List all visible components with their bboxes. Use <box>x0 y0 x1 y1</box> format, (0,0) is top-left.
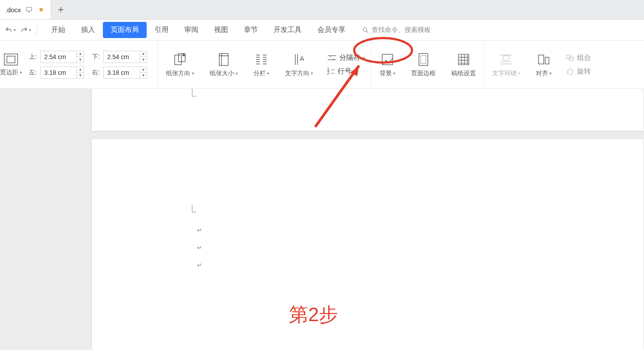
columns-group: 分栏▾ <box>246 41 277 88</box>
spin-down-icon[interactable]: ▼ <box>140 57 147 63</box>
align-group: 对齐▾ <box>528 41 560 88</box>
margin-right-input[interactable]: ▲▼ <box>103 66 147 79</box>
tab-insert[interactable]: 插入 <box>73 22 103 38</box>
columns-label: 分栏 <box>253 70 266 77</box>
line-numbers-button[interactable]: 1 —2 — 行号 ▾ <box>327 67 365 76</box>
svg-rect-12 <box>503 56 509 60</box>
chevron-down-icon: ▾ <box>311 71 313 76</box>
spin-down-icon[interactable]: ▼ <box>77 57 84 63</box>
columns-icon <box>254 52 269 67</box>
paper-size-label: 纸张大小 <box>210 70 234 77</box>
ribbon-tab-list: 开始 插入 页面布局 引用 审阅 视图 章节 开发工具 会员专享 <box>43 20 353 40</box>
spin-up-icon[interactable]: ▲ <box>77 51 84 57</box>
spin-up-icon[interactable]: ▲ <box>140 67 147 73</box>
margin-bottom-label: 下: <box>88 53 100 61</box>
margin-corner-icon <box>192 89 196 97</box>
rotate-button: 旋转 <box>566 67 591 76</box>
page-current[interactable]: ↵ ↵ ↵ <box>92 139 644 350</box>
orientation-group: 纸张方向▾ <box>158 41 202 88</box>
manuscript-button[interactable]: 稿纸设置 <box>450 52 478 77</box>
align-icon <box>536 52 551 67</box>
spin-down-icon[interactable]: ▼ <box>140 73 147 78</box>
chevron-down-icon: ▾ <box>20 70 22 75</box>
margins-icon <box>4 53 18 66</box>
svg-rect-13 <box>538 55 544 63</box>
chevron-down-icon: ▾ <box>14 28 16 32</box>
svg-rect-14 <box>545 57 549 63</box>
tab-developer[interactable]: 开发工具 <box>266 22 310 38</box>
chevron-down-icon: ▾ <box>29 28 31 32</box>
ribbon-tab-row: ▾ ▾ 开始 插入 页面布局 引用 审阅 视图 章节 开发工具 会员专享 查找命… <box>0 20 644 41</box>
breaks-group: 分隔符 ▾ 1 —2 — 行号 ▾ <box>321 41 372 88</box>
svg-rect-0 <box>26 7 32 11</box>
paper-size-button[interactable]: 纸张大小▾ <box>208 52 239 77</box>
command-search-placeholder: 查找命令、搜索模板 <box>372 26 431 34</box>
text-direction-button[interactable]: A 文字方向▾ <box>283 52 315 77</box>
svg-rect-10 <box>421 55 426 63</box>
undo-button[interactable]: ▾ <box>4 24 17 36</box>
line-numbers-label: 行号 <box>338 67 352 76</box>
svg-rect-6 <box>219 53 228 65</box>
margin-bottom-field[interactable] <box>104 53 140 60</box>
chevron-down-icon: ▾ <box>393 71 395 76</box>
spin-up-icon[interactable]: ▲ <box>77 67 84 73</box>
search-icon <box>362 27 369 34</box>
orientation-icon <box>172 52 187 67</box>
background-button[interactable]: 背景▾ <box>378 52 397 77</box>
margins-button[interactable]: 页边距▾ <box>0 53 22 77</box>
text-direction-label: 文字方向 <box>285 70 310 77</box>
chevron-down-icon: ▾ <box>549 71 552 76</box>
manuscript-group: 稿纸设置 <box>443 41 484 88</box>
rotate-group: 组合 旋转 <box>560 41 597 88</box>
page-previous[interactable] <box>92 89 644 131</box>
margin-bottom-input[interactable]: ▲▼ <box>103 51 147 63</box>
tab-review[interactable]: 审阅 <box>176 22 206 38</box>
breaks-label: 分隔符 <box>339 53 360 63</box>
rotate-label: 旋转 <box>577 67 591 76</box>
align-button[interactable]: 对齐▾ <box>534 52 553 77</box>
new-tab-button[interactable] <box>51 0 70 19</box>
paper-size-icon <box>216 52 231 67</box>
page-borders-button[interactable]: 页面边框 <box>409 52 437 77</box>
page-borders-icon <box>416 52 431 67</box>
document-tab[interactable]: .docx <box>0 0 51 19</box>
annotation-text: 第2步 <box>289 302 338 328</box>
text-wrap-button: 文字环绕▾ <box>490 52 522 77</box>
unsaved-indicator-icon <box>39 8 43 11</box>
paragraph-mark-icon: ↵ <box>197 244 202 251</box>
rotate-icon <box>566 68 574 75</box>
chevron-down-icon: ▾ <box>236 71 238 76</box>
spin-up-icon[interactable]: ▲ <box>140 51 147 57</box>
text-direction-icon: A <box>292 52 306 67</box>
redo-button[interactable]: ▾ <box>19 24 32 36</box>
tab-view[interactable]: 视图 <box>206 22 236 38</box>
paragraph-mark-icon: ↵ <box>197 227 202 234</box>
orientation-button[interactable]: 纸张方向▾ <box>164 52 196 77</box>
tab-member[interactable]: 会员专享 <box>310 22 353 38</box>
tab-sections[interactable]: 章节 <box>236 22 266 38</box>
orientation-label: 纸张方向 <box>166 70 190 77</box>
command-search[interactable]: 查找命令、搜索模板 <box>362 26 431 34</box>
text-direction-group: A 文字方向▾ <box>277 41 321 88</box>
tab-start[interactable]: 开始 <box>43 22 73 38</box>
svg-rect-15 <box>567 55 571 59</box>
margin-right-field[interactable] <box>104 69 140 76</box>
page-borders-group: 页面边框 <box>403 41 443 88</box>
chevron-down-icon: ▾ <box>518 71 520 76</box>
document-tab-label: .docx <box>5 6 21 14</box>
margin-top-field[interactable] <box>41 53 77 60</box>
spin-down-icon[interactable]: ▼ <box>77 73 84 78</box>
chevron-down-icon: ▾ <box>192 71 194 76</box>
tab-references[interactable]: 引用 <box>147 22 176 38</box>
page-borders-label: 页面边框 <box>411 70 436 77</box>
margin-left-label: 左: <box>25 69 37 77</box>
margin-left-field[interactable] <box>41 69 77 76</box>
svg-text:A: A <box>300 55 305 62</box>
tab-page-layout[interactable]: 页面布局 <box>103 22 147 38</box>
svg-rect-4 <box>175 55 181 64</box>
margin-left-input[interactable]: ▲▼ <box>40 66 84 79</box>
breaks-button[interactable]: 分隔符 ▾ <box>327 53 365 63</box>
margin-top-input[interactable]: ▲▼ <box>40 51 84 63</box>
columns-button[interactable]: 分栏▾ <box>252 52 271 77</box>
size-group: 纸张大小▾ <box>202 41 246 88</box>
